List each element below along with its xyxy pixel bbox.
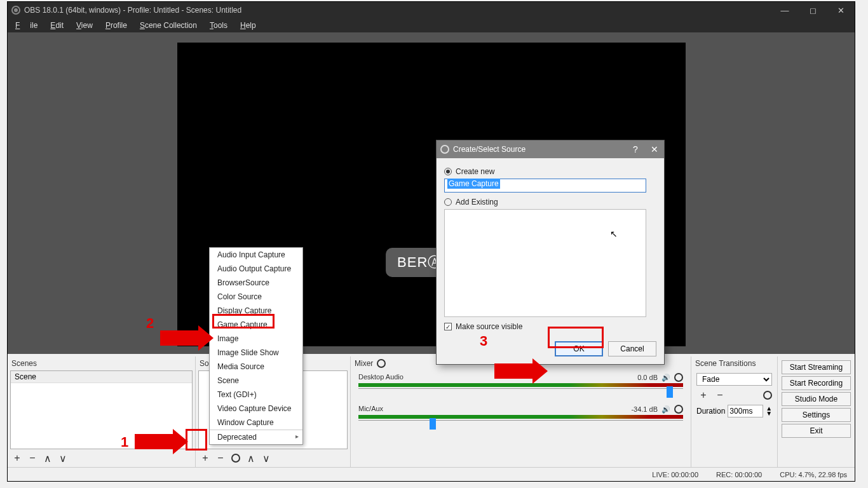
scenes-panel: Scenes Scene + − ∧ ∨ bbox=[8, 356, 196, 467]
radio-icon bbox=[444, 168, 452, 175]
transition-select[interactable]: Fade bbox=[696, 373, 772, 386]
menu-item-text-gdi[interactable]: Text (GDI+) bbox=[210, 388, 302, 402]
existing-sources-list[interactable]: ↖ bbox=[444, 209, 646, 317]
source-up-button[interactable]: ∧ bbox=[244, 451, 258, 465]
obs-app-icon bbox=[440, 145, 449, 154]
create-select-source-dialog: Create/Select Source ? ✕ Create new Game… bbox=[436, 140, 665, 365]
status-rec: REC: 00:00:00 bbox=[716, 471, 762, 478]
menu-item-image[interactable]: Image bbox=[210, 332, 302, 346]
mixer-settings-icon[interactable] bbox=[377, 359, 386, 368]
gear-icon[interactable] bbox=[763, 391, 772, 400]
window-title: OBS 18.0.1 (64bit, windows) - Profile: U… bbox=[24, 6, 241, 15]
source-add-button[interactable]: + bbox=[198, 451, 212, 465]
start-streaming-button[interactable]: Start Streaming bbox=[782, 360, 851, 374]
status-live: LIVE: 00:00:00 bbox=[652, 471, 698, 478]
create-new-label: Create new bbox=[456, 167, 494, 176]
window-close-button[interactable]: ✕ bbox=[827, 2, 855, 18]
menu-tools[interactable]: Tools bbox=[205, 20, 233, 31]
source-name-input[interactable]: Game Capture bbox=[444, 179, 646, 193]
gear-icon[interactable] bbox=[674, 405, 683, 414]
menu-item-audio-output-capture[interactable]: Audio Output Capture bbox=[210, 262, 302, 276]
speaker-icon[interactable]: 🔊 bbox=[661, 405, 670, 414]
dialog-help-button[interactable]: ? bbox=[626, 140, 645, 158]
statusbar: LIVE: 00:00:00 REC: 00:00:00 CPU: 4.7%, … bbox=[8, 467, 855, 481]
transitions-panel: Scene Transitions Fade + − Duration ▲ bbox=[691, 356, 778, 467]
mixer-track-db: -34.1 dB bbox=[631, 405, 658, 413]
mixer-volume-slider[interactable] bbox=[358, 420, 683, 430]
menu-item-image-slide-show[interactable]: Image Slide Show bbox=[210, 346, 302, 360]
source-remove-button[interactable]: − bbox=[214, 451, 227, 465]
studio-mode-button[interactable]: Studio Mode bbox=[782, 392, 851, 406]
menu-item-color-source[interactable]: Color Source bbox=[210, 290, 302, 304]
mixer-meter bbox=[358, 415, 683, 419]
cursor-icon: ↖ bbox=[610, 229, 618, 239]
mixer-body: Desktop Audio 0.0 dB 🔊 Mic/Aux bbox=[353, 370, 688, 467]
sources-toolbar: + − ∧ ∨ bbox=[196, 449, 350, 467]
cancel-button[interactable]: Cancel bbox=[608, 341, 656, 356]
gear-icon[interactable] bbox=[674, 373, 683, 382]
window-minimize-button[interactable]: — bbox=[771, 2, 799, 18]
menubar: File Edit View Profile Scene Collection … bbox=[8, 18, 855, 32]
scene-remove-button[interactable]: − bbox=[25, 451, 39, 465]
scene-item[interactable]: Scene bbox=[11, 371, 192, 383]
controls-panel: Start Streaming Start Recording Studio M… bbox=[778, 356, 855, 467]
make-visible-checkbox-row[interactable]: ✓ Make source visible bbox=[444, 322, 656, 331]
menu-view[interactable]: View bbox=[71, 20, 98, 31]
duration-label: Duration bbox=[696, 407, 725, 416]
menu-edit[interactable]: Edit bbox=[45, 20, 69, 31]
speaker-icon[interactable]: 🔊 bbox=[661, 374, 670, 382]
menu-item-window-capture[interactable]: Window Capture bbox=[210, 416, 302, 430]
menu-item-media-source[interactable]: Media Source bbox=[210, 360, 302, 374]
menu-help[interactable]: Help bbox=[235, 20, 261, 31]
menu-item-audio-input-capture[interactable]: Audio Input Capture bbox=[210, 248, 302, 262]
menu-item-deprecated[interactable]: Deprecated bbox=[210, 430, 302, 444]
mixer-track-name: Mic/Aux bbox=[358, 405, 383, 414]
scenes-toolbar: + − ∧ ∨ bbox=[8, 449, 195, 467]
mixer-volume-slider[interactable] bbox=[358, 388, 683, 398]
radio-icon bbox=[444, 198, 452, 206]
mixer-meter bbox=[358, 383, 683, 387]
menu-item-display-capture[interactable]: Display Capture bbox=[210, 304, 302, 318]
scene-add-button[interactable]: + bbox=[10, 451, 24, 465]
menu-profile[interactable]: Profile bbox=[100, 20, 132, 31]
duration-input[interactable] bbox=[728, 405, 763, 417]
source-name-value: Game Capture bbox=[447, 179, 500, 189]
mixer-track-name: Desktop Audio bbox=[358, 373, 403, 382]
menu-item-video-capture-device[interactable]: Video Capture Device bbox=[210, 402, 302, 416]
source-settings-button[interactable] bbox=[229, 451, 243, 465]
dialog-close-button[interactable]: ✕ bbox=[645, 140, 664, 158]
scenes-header: Scenes bbox=[8, 356, 195, 370]
menu-item-game-capture[interactable]: Game Capture bbox=[210, 318, 302, 332]
bottom-panels: Scenes Scene + − ∧ ∨ Sources + − bbox=[8, 356, 855, 467]
scenes-list[interactable]: Scene bbox=[10, 370, 193, 449]
mixer-track-desktop: Desktop Audio 0.0 dB 🔊 bbox=[356, 373, 686, 398]
titlebar: OBS 18.0.1 (64bit, windows) - Profile: U… bbox=[8, 2, 855, 18]
menu-item-scene[interactable]: Scene bbox=[210, 374, 302, 388]
make-visible-label: Make source visible bbox=[456, 322, 522, 331]
exit-button[interactable]: Exit bbox=[782, 424, 851, 438]
menu-file[interactable]: File bbox=[10, 20, 43, 31]
dialog-titlebar: Create/Select Source ? ✕ bbox=[437, 140, 664, 158]
mixer-panel: Mixer Desktop Audio 0.0 dB 🔊 bbox=[351, 356, 691, 467]
preview-area bbox=[8, 32, 855, 354]
source-down-button[interactable]: ∨ bbox=[259, 451, 273, 465]
start-recording-button[interactable]: Start Recording bbox=[782, 376, 851, 390]
add-source-context-menu: Audio Input Capture Audio Output Capture… bbox=[209, 247, 303, 445]
settings-button[interactable]: Settings bbox=[782, 408, 851, 422]
transitions-header: Scene Transitions bbox=[691, 356, 777, 370]
transition-add-button[interactable]: + bbox=[696, 388, 710, 402]
menu-scene-collection[interactable]: Scene Collection bbox=[135, 20, 202, 31]
duration-spinner[interactable]: ▲▼ bbox=[766, 406, 772, 416]
transition-remove-button[interactable]: − bbox=[713, 388, 727, 402]
window-maximize-button[interactable]: ◻ bbox=[799, 2, 827, 18]
create-new-radio-row[interactable]: Create new bbox=[444, 167, 656, 176]
scene-up-button[interactable]: ∧ bbox=[41, 451, 55, 465]
mixer-track-mic: Mic/Aux -34.1 dB 🔊 bbox=[356, 405, 686, 430]
status-cpu: CPU: 4.7%, 22.98 fps bbox=[780, 471, 847, 478]
add-existing-radio-row[interactable]: Add Existing bbox=[444, 198, 656, 207]
mixer-header-label: Mixer bbox=[355, 359, 373, 368]
scene-down-button[interactable]: ∨ bbox=[56, 451, 70, 465]
ok-button[interactable]: OK bbox=[555, 341, 603, 356]
mixer-track-db: 0.0 dB bbox=[637, 374, 658, 381]
menu-item-browser-source[interactable]: BrowserSource bbox=[210, 276, 302, 290]
